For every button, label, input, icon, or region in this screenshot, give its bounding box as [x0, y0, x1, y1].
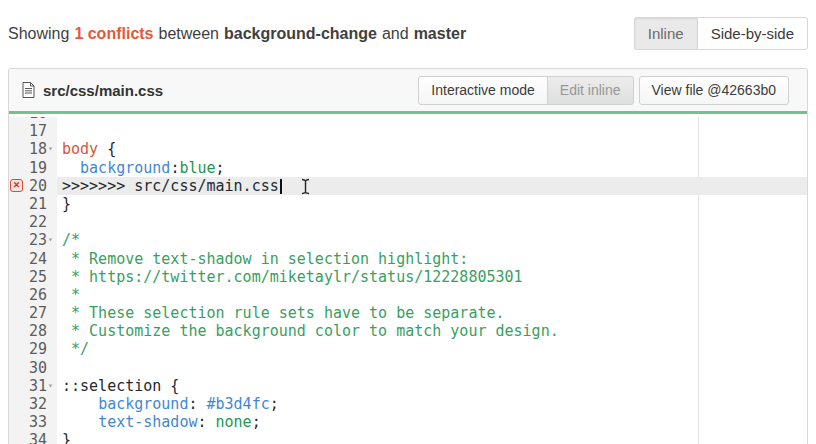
line-number: 24 — [9, 250, 47, 268]
line-number: 17 — [9, 122, 47, 140]
code-token: * Remove text-shadow in selection highli… — [62, 250, 468, 268]
view-file-button[interactable]: View file @42663b0 — [639, 76, 789, 105]
conflict-summary: Showing 1 conflicts between background-c… — [8, 25, 466, 43]
code-cell[interactable]: * — [57, 286, 807, 304]
code-cell[interactable]: } — [57, 431, 807, 444]
code-cell[interactable]: * Remove text-shadow in selection highli… — [57, 250, 807, 268]
gutter-cell: 17 — [9, 122, 57, 140]
code-line: 18▾body { — [9, 140, 807, 158]
code-cell[interactable]: * Customize the background color to matc… — [57, 322, 807, 340]
fold-arrow-icon[interactable]: ▾ — [48, 231, 57, 249]
code-line: 30 — [9, 359, 807, 377]
code-line: 27 * These selection rule sets have to b… — [9, 304, 807, 322]
code-cell[interactable] — [57, 122, 807, 140]
code-token: blue — [179, 159, 215, 177]
line-number: 21 — [9, 195, 47, 213]
code-cell[interactable] — [57, 213, 807, 231]
gutter-cell: 28 — [9, 322, 57, 340]
code-line: ✕20>>>>>>> src/css/main.css — [9, 177, 807, 195]
conflict-x-icon: ✕ — [10, 179, 23, 192]
code-cell[interactable]: ::selection { — [57, 377, 807, 395]
code-token: /* — [62, 231, 80, 249]
line-number: 30 — [9, 359, 47, 377]
code-token — [62, 395, 98, 413]
code-cell[interactable]: } — [57, 195, 807, 213]
filename: src/css/main.css — [43, 82, 163, 99]
code-cell[interactable]: /* — [57, 231, 807, 249]
line-number: 32 — [9, 395, 47, 413]
file-actions: Interactive mode Edit inline View file @… — [418, 76, 789, 105]
gutter-cell: 18▾ — [9, 140, 57, 158]
code-token: * These selection rule sets have to be s… — [62, 304, 505, 322]
code-token: } — [62, 195, 71, 213]
code-line: 29 */ — [9, 340, 807, 358]
gutter-cell: 22 — [9, 213, 57, 231]
conflict-count: 1 conflicts — [74, 25, 153, 43]
line-number: 25 — [9, 268, 47, 286]
code-token: { — [98, 140, 116, 158]
code-line: 19 background:blue; — [9, 159, 807, 177]
fold-arrow-icon[interactable]: ▾ — [48, 377, 57, 395]
line-number: 18 — [9, 140, 47, 158]
code-cell[interactable]: body { — [57, 140, 807, 158]
code-lines: 161718▾body {19 background:blue;✕20>>>>>… — [9, 117, 807, 444]
line-number: 22 — [9, 213, 47, 231]
code-token: * Customize the background color to matc… — [62, 322, 559, 340]
code-token: ::selection — [62, 377, 161, 395]
code-cell[interactable]: */ — [57, 340, 807, 358]
line-number: 27 — [9, 304, 47, 322]
inline-view-button[interactable]: Inline — [634, 17, 697, 50]
code-line: 33 text-shadow: none; — [9, 413, 807, 431]
view-mode-toggle: Inline Side-by-side — [634, 17, 808, 50]
code-token: #b3d4fc — [207, 395, 270, 413]
code-line: 31▾::selection { — [9, 377, 807, 395]
code-cell[interactable]: text-shadow: none; — [57, 413, 807, 431]
code-token: ; — [252, 413, 261, 431]
line-number: 34 — [9, 431, 47, 444]
gutter-cell: 25 — [9, 268, 57, 286]
code-token: { — [161, 377, 179, 395]
summary-and: and — [382, 25, 409, 43]
code-token: >>>>>>> src/css/main.css — [62, 177, 279, 195]
code-token: ; — [216, 159, 225, 177]
code-cell[interactable]: >>>>>>> src/css/main.css — [57, 177, 807, 195]
code-token: * https://twitter.com/miketaylr/status/1… — [62, 268, 523, 286]
gutter-cell: 34 — [9, 431, 57, 444]
code-token — [62, 413, 98, 431]
line-number: 29 — [9, 340, 47, 358]
branch-b-name: master — [414, 25, 466, 43]
code-line: 28 * Customize the background color to m… — [9, 322, 807, 340]
code-cell[interactable]: background: #b3d4fc; — [57, 395, 807, 413]
line-number: 31 — [9, 377, 47, 395]
top-bar: Showing 1 conflicts between background-c… — [0, 0, 816, 68]
summary-prefix: Showing — [8, 25, 69, 43]
code-cell[interactable]: background:blue; — [57, 159, 807, 177]
gutter-cell: 27 — [9, 304, 57, 322]
file-icon — [22, 82, 35, 98]
code-line: 32 background: #b3d4fc; — [9, 395, 807, 413]
gutter-cell: ✕20 — [9, 177, 57, 195]
code-token — [62, 159, 80, 177]
gutter-cell: 30 — [9, 359, 57, 377]
code-token: : — [197, 413, 215, 431]
code-cell[interactable]: * These selection rule sets have to be s… — [57, 304, 807, 322]
line-number: 19 — [9, 159, 47, 177]
code-cell[interactable]: * https://twitter.com/miketaylr/status/1… — [57, 268, 807, 286]
edit-inline-button[interactable]: Edit inline — [547, 76, 634, 105]
code-token: background — [98, 395, 188, 413]
code-token: text-shadow — [98, 413, 197, 431]
code-editor[interactable]: 161718▾body {19 background:blue;✕20>>>>>… — [9, 117, 807, 444]
code-token: ; — [270, 395, 279, 413]
side-by-side-view-button[interactable]: Side-by-side — [697, 17, 808, 50]
gutter-cell: 29 — [9, 340, 57, 358]
code-line: 23▾/* — [9, 231, 807, 249]
interactive-mode-button[interactable]: Interactive mode — [418, 76, 548, 105]
line-number: 26 — [9, 286, 47, 304]
gutter-cell: 24 — [9, 250, 57, 268]
summary-between: between — [159, 25, 220, 43]
code-cell[interactable] — [57, 359, 807, 377]
line-number: 33 — [9, 413, 47, 431]
gutter-cell: 21 — [9, 195, 57, 213]
fold-arrow-icon[interactable]: ▾ — [48, 140, 57, 158]
code-token: */ — [62, 340, 89, 358]
